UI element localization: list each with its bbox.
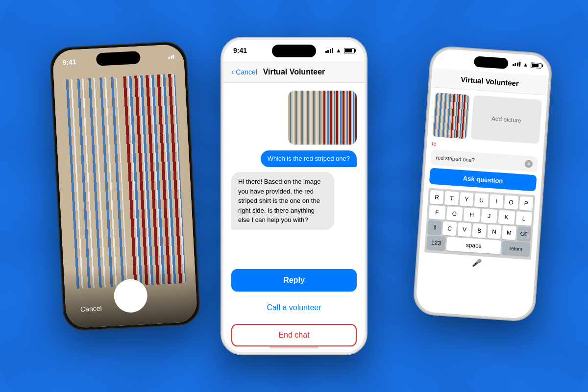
key-G[interactable]: G xyxy=(446,206,463,221)
key-space[interactable]: space xyxy=(446,237,501,254)
end-chat-button[interactable]: End chat xyxy=(231,324,357,346)
user-message-text: Which is the red striped one? xyxy=(261,150,357,167)
camera-controls: Cancel xyxy=(64,263,198,329)
key-V[interactable]: V xyxy=(457,222,471,237)
right-input-text: red striped one? xyxy=(436,154,475,163)
center-status-icons: ▲ xyxy=(325,47,355,54)
dynamic-island-center xyxy=(272,45,316,57)
key-H[interactable]: H xyxy=(464,208,480,222)
key-N[interactable]: N xyxy=(487,224,501,239)
camera-view: 9:41 Cancel xyxy=(52,44,197,328)
shirt-red-img xyxy=(322,91,357,145)
add-picture-label: Add picture xyxy=(491,115,521,124)
key-backspace[interactable]: ⌫ xyxy=(517,226,531,241)
chat-shirts-image xyxy=(288,91,357,145)
left-time: 9:41 xyxy=(62,58,76,66)
phone-right-screen: ▲ Virtual Volunteer xyxy=(416,48,550,319)
right-input-clear-button[interactable]: ✕ xyxy=(525,160,533,168)
nav-title: Virtual Volunteer xyxy=(263,68,325,76)
key-numbers[interactable]: 123 xyxy=(426,235,445,250)
phone-left: 9:41 Cancel xyxy=(49,41,201,332)
key-P[interactable]: P xyxy=(519,196,533,211)
phone-center-screen: 9:41 ▲ ‹ Can xyxy=(223,40,365,352)
home-indicator xyxy=(270,346,318,348)
right-nav-title: Virtual Volunteer xyxy=(461,75,519,87)
user-message-bubble: Which is the red striped one? xyxy=(231,150,357,167)
chat-messages: Which is the red striped one? Hi there! … xyxy=(223,83,365,263)
chat-actions: Reply Call a volunteer End chat xyxy=(223,263,365,352)
scene-container: 9:41 Cancel xyxy=(0,0,588,392)
phone-right: ▲ Virtual Volunteer xyxy=(412,45,553,322)
shutter-button[interactable] xyxy=(114,279,147,312)
key-B[interactable]: B xyxy=(472,223,487,238)
key-C[interactable]: C xyxy=(442,221,457,236)
dynamic-island-left xyxy=(96,51,141,66)
right-battery-icon xyxy=(531,62,542,69)
key-R[interactable]: R xyxy=(430,190,444,205)
right-wifi-icon: ▲ xyxy=(523,61,529,68)
center-wifi-icon: ▲ xyxy=(336,47,342,54)
bot-message-bubble: Hi there! Based on the image you have pr… xyxy=(231,172,357,230)
keyboard: R T Y U I O P F G H J K L xyxy=(424,188,536,260)
key-T[interactable]: T xyxy=(444,191,459,206)
key-J[interactable]: J xyxy=(481,209,497,223)
center-nav-bar: ‹ Cancel Virtual Volunteer xyxy=(223,61,365,83)
key-M[interactable]: M xyxy=(502,225,516,240)
key-F[interactable]: F xyxy=(429,205,445,220)
right-content: Add picture te red striped one? ✕ Ask qu… xyxy=(416,87,547,319)
add-picture-button[interactable]: Add picture xyxy=(470,95,542,144)
camera-cancel-label[interactable]: Cancel xyxy=(80,304,102,313)
key-Y[interactable]: Y xyxy=(460,192,474,207)
key-shift[interactable]: ⇧ xyxy=(428,220,442,235)
right-signal-icon xyxy=(513,61,521,67)
reply-button[interactable]: Reply xyxy=(231,269,357,292)
signal-icon xyxy=(168,54,174,59)
right-image-row: Add picture xyxy=(432,93,542,144)
ask-question-button[interactable]: Ask question xyxy=(429,168,537,191)
left-status-icons xyxy=(168,54,174,59)
center-time: 9:41 xyxy=(233,47,247,54)
key-I[interactable]: I xyxy=(489,194,503,209)
chat-content: Which is the red striped one? Hi there! … xyxy=(223,83,365,352)
key-K[interactable]: K xyxy=(498,210,514,224)
key-return[interactable]: return xyxy=(502,241,530,256)
bot-message-text: Hi there! Based on the image you have pr… xyxy=(231,172,334,230)
phone-left-screen: 9:41 Cancel xyxy=(52,44,197,328)
right-status-icons: ▲ xyxy=(512,61,541,69)
mic-icon[interactable]: 🎤 xyxy=(472,258,482,268)
chat-image-container xyxy=(231,91,357,145)
chat-image xyxy=(288,91,357,145)
right-shirt-red xyxy=(449,94,469,139)
key-U[interactable]: U xyxy=(474,193,489,208)
call-volunteer-button[interactable]: Call a volunteer xyxy=(231,296,357,319)
key-L[interactable]: L xyxy=(515,211,532,226)
key-O[interactable]: O xyxy=(504,195,518,210)
shirt-blue-img xyxy=(288,91,322,145)
back-button[interactable]: ‹ Cancel xyxy=(231,68,257,76)
right-shirts-image xyxy=(432,93,469,139)
center-battery-icon xyxy=(344,48,355,53)
center-signal-icon xyxy=(325,48,334,53)
back-label: Cancel xyxy=(236,68,257,76)
phone-center: 9:41 ▲ ‹ Can xyxy=(220,37,368,355)
